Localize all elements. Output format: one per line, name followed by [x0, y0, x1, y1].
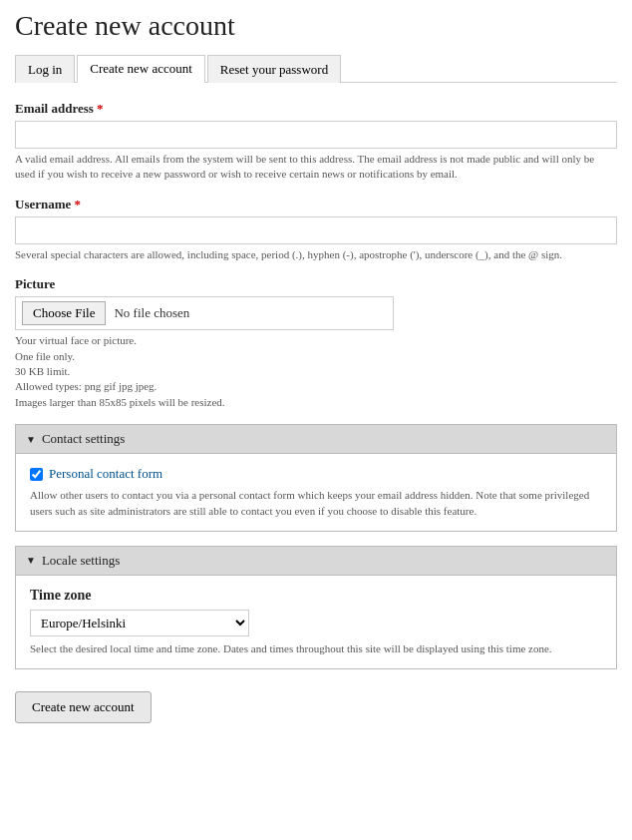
tab-login[interactable]: Log in	[15, 55, 75, 83]
picture-label: Picture	[15, 276, 617, 292]
contact-triangle-icon: ▼	[26, 434, 36, 445]
contact-settings-header[interactable]: ▼ Contact settings	[15, 424, 617, 454]
picture-description: Your virtual face or picture. One file o…	[15, 333, 617, 410]
username-input[interactable]	[15, 216, 617, 244]
tab-create-account[interactable]: Create new account	[77, 55, 205, 83]
username-field-group: Username * Several special characters ar…	[15, 197, 617, 262]
username-required-star: *	[75, 197, 82, 211]
contact-form-label: Personal contact form	[49, 466, 162, 482]
contact-settings-body: Personal contact form Allow other users …	[15, 454, 617, 532]
personal-contact-form-checkbox[interactable]	[30, 468, 43, 481]
username-description: Several special characters are allowed, …	[15, 247, 617, 262]
email-input[interactable]	[15, 121, 617, 149]
timezone-description: Select the desired local time and time z…	[30, 641, 602, 656]
timezone-label: Time zone	[30, 588, 602, 604]
create-account-button[interactable]: Create new account	[15, 691, 152, 723]
locale-triangle-icon: ▼	[26, 555, 36, 566]
email-field-group: Email address * A valid email address. A…	[15, 101, 617, 183]
locale-settings-header[interactable]: ▼ Locale settings	[15, 546, 617, 576]
email-label: Email address *	[15, 101, 617, 117]
locale-settings-section: ▼ Locale settings Time zone Europe/Helsi…	[15, 546, 617, 669]
tab-reset-password[interactable]: Reset your password	[207, 55, 341, 83]
choose-file-button[interactable]: Choose File	[22, 301, 106, 325]
username-label: Username *	[15, 197, 617, 212]
no-file-text: No file chosen	[114, 305, 189, 321]
page-title: Create new account	[15, 10, 617, 42]
contact-form-row: Personal contact form	[30, 466, 602, 482]
contact-description: Allow other users to contact you via a p…	[30, 488, 602, 519]
email-description: A valid email address. All emails from t…	[15, 152, 617, 183]
contact-settings-section: ▼ Contact settings Personal contact form…	[15, 424, 617, 532]
picture-field-group: Picture Choose File No file chosen Your …	[15, 276, 617, 410]
email-required-star: *	[97, 101, 104, 116]
file-input-row: Choose File No file chosen	[15, 296, 394, 330]
locale-settings-body: Time zone Europe/Helsinki UTC America/Ne…	[15, 576, 617, 669]
timezone-select[interactable]: Europe/Helsinki UTC America/New_York Ame…	[30, 610, 249, 636]
tab-bar: Log in Create new account Reset your pas…	[15, 54, 617, 83]
